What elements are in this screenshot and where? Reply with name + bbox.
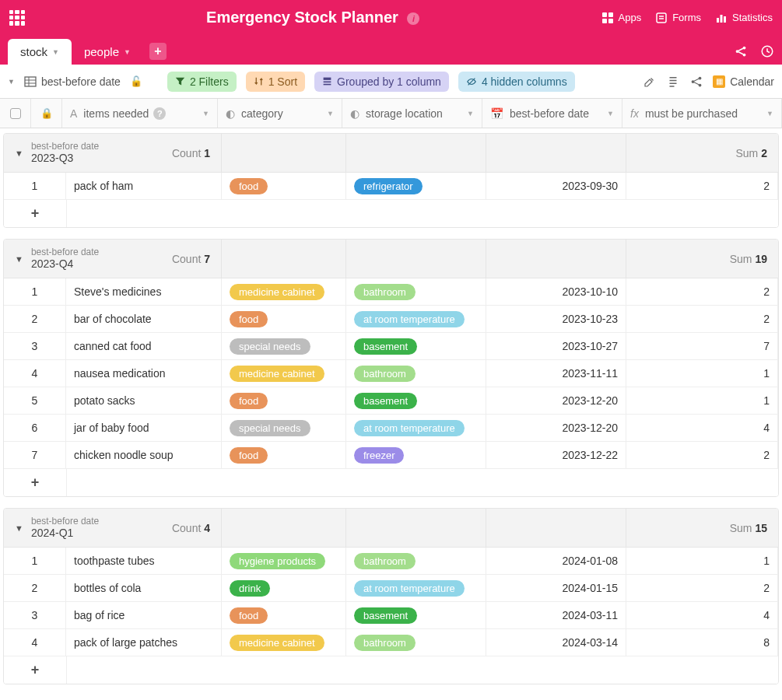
collapse-group-icon[interactable]: ▼ <box>15 254 23 264</box>
cell-category[interactable]: medicine cabinet <box>222 278 346 305</box>
cell-item[interactable]: bag of rice <box>66 602 222 628</box>
cell-date[interactable]: 2024-01-15 <box>486 575 626 601</box>
cell-date[interactable]: 2023-10-27 <box>486 333 626 359</box>
locked-column-icon[interactable]: 🔒 <box>31 99 62 128</box>
row-height-icon[interactable] <box>666 75 680 89</box>
cell-storage[interactable]: basement <box>346 387 486 414</box>
cell-purchased[interactable]: 4 <box>626 602 778 628</box>
view-menu-chevron-icon[interactable]: ▼ <box>8 78 15 86</box>
sort-button[interactable]: 1 Sort <box>246 72 305 92</box>
column-must-be-purchased[interactable]: fx must be purchased ▼ <box>622 99 782 128</box>
table-row[interactable]: 1 Steve's medicines medicine cabinet bat… <box>4 278 778 306</box>
cell-storage[interactable]: at room temperature <box>346 415 486 441</box>
cell-category[interactable]: food <box>222 173 346 199</box>
table-row[interactable]: 5 potato sacks food basement 2023-12-20 … <box>4 387 778 415</box>
cell-date[interactable]: 2023-10-10 <box>486 278 626 305</box>
cell-purchased[interactable]: 7 <box>626 333 778 359</box>
cell-purchased[interactable]: 1 <box>626 387 778 414</box>
table-row[interactable]: 4 pack of large patches medicine cabinet… <box>4 629 778 656</box>
table-row[interactable]: 7 chicken noodle soup food freezer 2023-… <box>4 442 778 469</box>
calendar-plugin-button[interactable]: ▦ Calendar <box>713 75 774 88</box>
cell-category[interactable]: special needs <box>222 415 346 441</box>
add-row-button[interactable]: + <box>4 474 66 491</box>
cell-item[interactable]: Steve's medicines <box>66 278 222 305</box>
help-icon[interactable]: ? <box>153 107 166 120</box>
cell-storage[interactable]: at room temperature <box>346 306 486 332</box>
select-all-checkbox[interactable] <box>0 99 31 128</box>
share-view-icon[interactable] <box>689 75 703 89</box>
column-category[interactable]: ◐ category ▼ <box>218 99 342 128</box>
table-row[interactable]: 6 jar of baby food special needs at room… <box>4 415 778 442</box>
history-icon[interactable] <box>760 44 774 58</box>
column-best-before-date[interactable]: 📅 best-before date ▼ <box>482 99 622 128</box>
add-row-button[interactable]: + <box>4 662 66 678</box>
cell-date[interactable]: 2023-12-20 <box>486 415 626 441</box>
table-row[interactable]: 3 canned cat food special needs basement… <box>4 333 778 360</box>
cell-item[interactable]: canned cat food <box>66 333 222 359</box>
cell-purchased[interactable]: 2 <box>626 575 778 601</box>
cell-category[interactable]: food <box>222 306 346 332</box>
cell-storage[interactable]: freezer <box>346 442 486 468</box>
cell-category[interactable]: medicine cabinet <box>222 360 346 387</box>
cell-purchased[interactable]: 1 <box>626 548 778 574</box>
cell-category[interactable]: special needs <box>222 333 346 359</box>
cell-purchased[interactable]: 8 <box>626 629 778 656</box>
cell-purchased[interactable]: 1 <box>626 360 778 387</box>
cell-storage[interactable]: basement <box>346 602 486 628</box>
cell-storage[interactable]: refrigerator <box>346 173 486 199</box>
cell-category[interactable]: drink <box>222 575 346 601</box>
forms-link[interactable]: Forms <box>655 12 701 24</box>
cell-purchased[interactable]: 2 <box>626 173 778 199</box>
table-row[interactable]: 1 pack of ham food refrigerator 2023-09-… <box>4 173 778 200</box>
cell-purchased[interactable]: 2 <box>626 442 778 468</box>
cell-storage[interactable]: basement <box>346 333 486 359</box>
cell-date[interactable]: 2023-12-22 <box>486 442 626 468</box>
tab-people[interactable]: people▼ <box>72 39 143 65</box>
paint-icon[interactable] <box>643 75 657 89</box>
statistics-link[interactable]: Statistics <box>715 12 773 24</box>
tab-stock[interactable]: stock▼ <box>8 39 72 65</box>
cell-item[interactable]: bar of chocolate <box>66 306 222 332</box>
cell-category[interactable]: hygiene products <box>222 548 346 574</box>
cell-date[interactable]: 2023-12-20 <box>486 387 626 414</box>
add-tab-button[interactable]: + <box>149 43 167 60</box>
collapse-group-icon[interactable]: ▼ <box>15 523 23 533</box>
cell-date[interactable]: 2023-11-11 <box>486 360 626 387</box>
cell-storage[interactable]: bathroom <box>346 278 486 305</box>
cell-purchased[interactable]: 4 <box>626 415 778 441</box>
group-button[interactable]: Grouped by 1 column <box>314 72 449 92</box>
cell-date[interactable]: 2024-03-11 <box>486 602 626 628</box>
cell-item[interactable]: pack of large patches <box>66 629 222 656</box>
table-row[interactable]: 1 toothpaste tubes hygiene products bath… <box>4 548 778 575</box>
add-row-button[interactable]: + <box>4 205 66 222</box>
cell-storage[interactable]: bathroom <box>346 629 486 656</box>
cell-date[interactable]: 2023-09-30 <box>486 173 626 199</box>
view-selector[interactable]: best-before date <box>24 75 121 88</box>
cell-category[interactable]: food <box>222 602 346 628</box>
cell-date[interactable]: 2024-01-08 <box>486 548 626 574</box>
column-items-needed[interactable]: A items needed ? ▼ <box>62 99 218 128</box>
cell-purchased[interactable]: 2 <box>626 278 778 305</box>
cell-item[interactable]: nausea medication <box>66 360 222 387</box>
table-row[interactable]: 2 bar of chocolate food at room temperat… <box>4 306 778 333</box>
cell-item[interactable]: bottles of cola <box>66 575 222 601</box>
cell-item[interactable]: jar of baby food <box>66 415 222 441</box>
apps-link[interactable]: Apps <box>601 12 642 24</box>
cell-category[interactable]: medicine cabinet <box>222 629 346 656</box>
share-icon[interactable] <box>734 44 748 58</box>
apps-menu-icon[interactable] <box>9 10 25 26</box>
info-icon[interactable]: i <box>407 12 419 25</box>
cell-item[interactable]: pack of ham <box>66 173 222 199</box>
cell-storage[interactable]: at room temperature <box>346 575 486 601</box>
cell-storage[interactable]: bathroom <box>346 360 486 387</box>
cell-category[interactable]: food <box>222 387 346 414</box>
cell-item[interactable]: toothpaste tubes <box>66 548 222 574</box>
cell-date[interactable]: 2024-03-14 <box>486 629 626 656</box>
cell-purchased[interactable]: 2 <box>626 306 778 332</box>
table-row[interactable]: 4 nausea medication medicine cabinet bat… <box>4 360 778 387</box>
column-storage-location[interactable]: ◐ storage location ▼ <box>342 99 482 128</box>
cell-item[interactable]: potato sacks <box>66 387 222 414</box>
cell-category[interactable]: food <box>222 442 346 468</box>
cell-date[interactable]: 2023-10-23 <box>486 306 626 332</box>
lock-icon[interactable]: 🔓 <box>130 75 142 87</box>
